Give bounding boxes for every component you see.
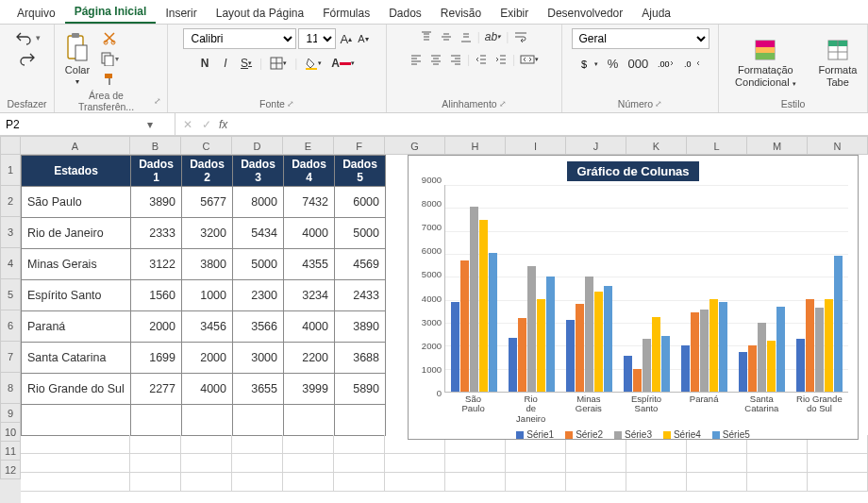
row-header[interactable]: 11 (0, 442, 21, 461)
column-header[interactable]: H (445, 136, 506, 155)
cell[interactable] (22, 405, 131, 436)
legend-item[interactable]: Série2 (565, 429, 603, 440)
column-header[interactable]: I (506, 136, 566, 155)
cell[interactable]: 2333 (131, 218, 182, 249)
tab-exibir[interactable]: Exibir (491, 2, 538, 24)
orientation-icon[interactable]: ab▾ (483, 28, 503, 45)
cell[interactable]: 4000 (284, 218, 335, 249)
cell[interactable] (687, 454, 747, 473)
bar[interactable] (576, 304, 584, 392)
column-header[interactable]: C (181, 136, 232, 155)
cut-icon[interactable] (98, 28, 121, 47)
table-header[interactable]: Dados 4 (284, 156, 335, 187)
bar[interactable] (758, 323, 766, 392)
cell[interactable] (385, 473, 445, 492)
format-painter-icon[interactable] (98, 70, 121, 89)
paste-button[interactable]: Colar▾ (60, 30, 94, 88)
column-header[interactable]: F (334, 136, 385, 155)
percent-icon[interactable]: % (606, 55, 621, 73)
bar[interactable] (709, 299, 718, 392)
cell[interactable]: 3200 (182, 218, 233, 249)
cell[interactable] (747, 473, 808, 492)
decrease-decimal-icon[interactable]: .0 (682, 56, 703, 73)
font-name-select[interactable]: Calibri (183, 28, 296, 49)
number-format-select[interactable]: Geral (572, 28, 709, 49)
bar[interactable] (661, 336, 670, 392)
expand-icon[interactable]: ⤢ (499, 99, 507, 109)
cell[interactable]: 1560 (131, 280, 182, 311)
decrease-indent-icon[interactable] (473, 51, 490, 68)
cell[interactable]: 2277 (131, 374, 182, 405)
formula-input[interactable] (233, 117, 868, 131)
cell[interactable] (130, 435, 181, 454)
cell[interactable]: 3122 (131, 249, 182, 280)
cell[interactable]: 3000 (233, 343, 284, 374)
expand-icon[interactable]: ⤢ (154, 96, 161, 106)
cell[interactable]: 2000 (131, 311, 182, 343)
copy-icon[interactable]: ▾ (98, 49, 121, 68)
increase-decimal-icon[interactable]: .00 (656, 56, 676, 73)
cell[interactable] (445, 473, 506, 492)
cell[interactable] (626, 473, 687, 492)
currency-icon[interactable]: $▾ (577, 56, 600, 73)
undo-icon[interactable] (13, 28, 34, 47)
tab-desenvolvedor[interactable]: Desenvolvedor (538, 2, 632, 24)
conditional-formatting-button[interactable]: Formatação Condicional ▾ (725, 36, 807, 89)
cell[interactable] (130, 473, 181, 492)
row-header[interactable]: 9 (0, 404, 21, 423)
align-top-icon[interactable] (418, 28, 435, 45)
tab-arquivo[interactable]: Arquivo (8, 2, 65, 24)
cell[interactable] (335, 405, 386, 436)
cell[interactable] (626, 454, 687, 473)
name-box[interactable] (0, 118, 142, 131)
column-header[interactable]: G (385, 136, 445, 155)
bar[interactable] (518, 318, 526, 392)
cell[interactable] (283, 435, 334, 454)
font-color-icon[interactable]: A▾ (329, 55, 357, 72)
cell[interactable] (566, 473, 626, 492)
cell[interactable]: 5000 (335, 218, 386, 249)
cell[interactable]: 3890 (335, 311, 386, 343)
bar[interactable] (652, 317, 660, 392)
align-middle-icon[interactable] (438, 28, 455, 45)
cell[interactable]: Espírito Santo (22, 280, 131, 311)
cell[interactable]: 2433 (335, 280, 386, 311)
cell[interactable]: 1000 (182, 280, 233, 311)
tab-ajuda[interactable]: Ajuda (632, 2, 680, 24)
cell[interactable]: 2300 (233, 280, 284, 311)
cell[interactable]: 4569 (335, 249, 386, 280)
cell[interactable] (808, 473, 868, 492)
bar[interactable] (624, 356, 632, 392)
cell[interactable] (21, 473, 130, 492)
tab-layout-da-página[interactable]: Layout da Página (207, 2, 313, 24)
decrease-font-icon[interactable]: A▾ (356, 31, 370, 46)
align-left-icon[interactable] (408, 51, 425, 68)
cell[interactable] (283, 454, 334, 473)
wrap-text-icon[interactable] (511, 28, 530, 45)
cell[interactable] (334, 435, 385, 454)
column-chart[interactable]: Gráfico de Colunas0100020003000400050006… (408, 155, 859, 440)
bar[interactable] (643, 339, 651, 392)
bar[interactable] (566, 320, 575, 392)
cell[interactable]: 3655 (233, 374, 284, 405)
cell[interactable] (181, 473, 232, 492)
tab-dados[interactable]: Dados (379, 2, 431, 24)
bar[interactable] (594, 292, 603, 392)
bar[interactable] (489, 253, 497, 392)
cell[interactable] (130, 454, 181, 473)
bar[interactable] (451, 302, 459, 392)
cell[interactable]: Rio Grande do Sul (22, 374, 131, 405)
cell[interactable]: Minas Gerais (22, 249, 131, 280)
bar[interactable] (700, 310, 709, 392)
row-header[interactable]: 5 (0, 279, 21, 310)
cell[interactable]: Rio de Janeiro (22, 218, 131, 249)
cell[interactable]: 4355 (284, 249, 335, 280)
cell[interactable] (334, 473, 385, 492)
cell[interactable] (232, 454, 283, 473)
bar[interactable] (796, 339, 805, 392)
cell[interactable] (182, 405, 233, 436)
cell[interactable]: 4000 (284, 311, 335, 343)
cell[interactable]: São Paulo (22, 187, 131, 218)
row-header[interactable]: 4 (0, 248, 21, 279)
bar[interactable] (776, 307, 785, 392)
